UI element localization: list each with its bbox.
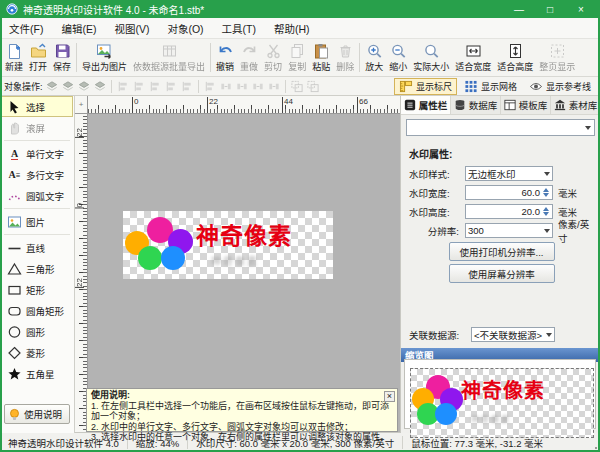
sidebar-tool-diamond[interactable]: 菱形 bbox=[1, 342, 73, 363]
sidebar-tool-multi-text[interactable]: A≡多行文字 bbox=[1, 164, 73, 185]
same-width-icon bbox=[251, 80, 265, 93]
circle-bottom-left[interactable] bbox=[138, 246, 162, 270]
align-middle-icon bbox=[180, 80, 194, 93]
view-toggle-ruler[interactable]: 显示标尺 bbox=[394, 78, 457, 95]
sidebar-tool-label: 圆弧文字 bbox=[26, 189, 64, 203]
minimize-button[interactable]: — bbox=[506, 4, 532, 15]
view-toggle-label: 显示网格 bbox=[481, 80, 517, 93]
ungroup-icon bbox=[306, 80, 320, 93]
sidebar-separator bbox=[4, 234, 70, 235]
delete-icon bbox=[337, 43, 354, 59]
circle-bottom-right[interactable] bbox=[161, 246, 185, 270]
fit-width-icon bbox=[465, 43, 482, 59]
layer-down-icon[interactable] bbox=[93, 80, 107, 93]
tab-database[interactable]: 数据库 bbox=[451, 96, 501, 114]
menu-bar: 文件(F)编辑(E)视图(V)对象(O)工具(T)帮助(H) bbox=[0, 18, 600, 39]
resize-grip[interactable] bbox=[595, 447, 597, 449]
app-icon bbox=[6, 3, 18, 15]
view-toggle-grid[interactable]: 显示网格 bbox=[459, 78, 522, 95]
tab-material[interactable]: 素材库 bbox=[551, 96, 600, 114]
vertical-ruler: 22022 bbox=[75, 114, 88, 433]
toolbar-new-doc-button[interactable]: 新建 bbox=[2, 39, 26, 76]
same-height-icon bbox=[267, 80, 281, 93]
toolbar-button-label: 新建 bbox=[5, 60, 23, 73]
menu-item[interactable]: 对象(O) bbox=[158, 18, 212, 38]
design-canvas[interactable]: 神奇像素 神奇像素 bbox=[88, 114, 400, 433]
send-back-icon[interactable] bbox=[61, 80, 75, 93]
view-toggle-guides[interactable]: 显示参考线 bbox=[524, 78, 596, 95]
toolbar-zoom-in-button[interactable]: 放大 bbox=[362, 39, 386, 76]
sidebar-tool-triangle[interactable]: 三角形 bbox=[1, 258, 73, 279]
watermark-object[interactable]: 神奇像素 神奇像素 bbox=[123, 211, 333, 279]
close-icon[interactable]: × bbox=[384, 391, 395, 402]
sidebar-tool-rounded-rect[interactable]: 圆角矩形 bbox=[1, 300, 73, 321]
sidebar-tool-line[interactable]: 直线 bbox=[1, 237, 73, 258]
style-value: 无边框水印 bbox=[468, 167, 542, 181]
sidebar-tool-single-text[interactable]: A单行文字 bbox=[1, 143, 73, 164]
hruler-label: 0 bbox=[132, 97, 138, 113]
tab-props[interactable]: 属性栏 bbox=[401, 96, 451, 114]
menu-item[interactable]: 工具(T) bbox=[213, 18, 265, 38]
layer-up-icon[interactable] bbox=[77, 80, 91, 93]
toolbar-save-button[interactable]: 保存 bbox=[50, 39, 74, 76]
menu-item[interactable]: 帮助(H) bbox=[265, 18, 319, 38]
object-select-combo[interactable] bbox=[406, 119, 595, 136]
data-source-dropdown[interactable]: <不关联数据源> bbox=[471, 327, 555, 342]
toolbar-button-label: 整页显示 bbox=[539, 60, 575, 73]
export-image-icon bbox=[96, 43, 113, 59]
toolbar-actual-size-button[interactable]: 实际大小 bbox=[410, 39, 452, 76]
toolbar-open-folder-button[interactable]: 打开 bbox=[26, 39, 50, 76]
maximize-button[interactable]: □ bbox=[537, 4, 563, 15]
toolbar-delete-button: 删除 bbox=[333, 39, 357, 76]
watermark-text[interactable]: 神奇像素 bbox=[196, 217, 292, 251]
sidebar-separator bbox=[4, 208, 70, 209]
toolbar-whole-page-button: 整页显示 bbox=[536, 39, 578, 76]
triangle-icon bbox=[7, 262, 22, 276]
align-left-icon bbox=[116, 80, 130, 93]
whole-page-icon bbox=[549, 43, 566, 59]
sidebar-tool-rect[interactable]: 矩形 bbox=[1, 279, 73, 300]
toolbar-export-image-button[interactable]: 导出为图片 bbox=[79, 39, 130, 76]
printer-resolution-button[interactable]: 使用打印机分辨率... bbox=[449, 242, 555, 261]
width-stepper[interactable]: 60.0 bbox=[465, 185, 553, 200]
spinner-arrows-icon[interactable] bbox=[542, 207, 550, 216]
toolbar-button-label: 依数据源批量导出 bbox=[133, 60, 205, 73]
tab-label: 素材库 bbox=[569, 98, 598, 112]
object-ops-label: 对象操作: bbox=[4, 80, 43, 93]
menu-item[interactable]: 视图(V) bbox=[105, 18, 158, 38]
width-value: 60.0 bbox=[468, 187, 540, 198]
sidebar-tool-arc-text[interactable]: 圆弧文字 bbox=[1, 185, 73, 206]
dpi-value: 300 bbox=[468, 225, 542, 236]
style-dropdown[interactable]: 无边框水印 bbox=[465, 166, 553, 181]
toolbar-button-label: 保存 bbox=[53, 60, 71, 73]
dpi-dropdown[interactable]: 300 bbox=[465, 223, 553, 238]
main-area: 选择滚屏A单行文字A≡多行文字圆弧文字图片直线三角形矩形圆角矩形圆形菱形五角星 … bbox=[0, 96, 600, 433]
sidebar-tool-star[interactable]: 五角星 bbox=[1, 363, 73, 384]
bring-front-icon[interactable] bbox=[45, 80, 59, 93]
toolbar-undo-button[interactable]: 撤销 bbox=[213, 39, 237, 76]
usage-help-button[interactable]: 使用说明 bbox=[4, 404, 70, 424]
hand-icon bbox=[7, 121, 22, 135]
toolbar-button-label: 实际大小 bbox=[413, 60, 449, 73]
paste-icon bbox=[313, 43, 330, 59]
grid-icon bbox=[464, 80, 478, 93]
menu-item[interactable]: 编辑(E) bbox=[52, 18, 105, 38]
sidebar-tool-label: 菱形 bbox=[26, 346, 45, 360]
horizontal-ruler: 0224466 bbox=[88, 96, 400, 114]
toolbar-fit-height-button[interactable]: 适合高度 bbox=[494, 39, 536, 76]
sidebar-tool-image[interactable]: 图片 bbox=[1, 211, 73, 232]
toolbar-paste-button[interactable]: 粘贴 bbox=[309, 39, 333, 76]
screen-resolution-button[interactable]: 使用屏幕分辨率 bbox=[449, 264, 555, 283]
watermark-shadow-text: 神奇像素 bbox=[211, 253, 259, 268]
close-button[interactable]: × bbox=[568, 4, 594, 15]
actual-size-icon bbox=[423, 43, 440, 59]
menu-item[interactable]: 文件(F) bbox=[0, 18, 52, 38]
sidebar-tool-select-cursor[interactable]: 选择 bbox=[1, 96, 73, 117]
height-stepper[interactable]: 20.0 bbox=[465, 204, 553, 219]
toolbar-zoom-out-button[interactable]: 缩小 bbox=[386, 39, 410, 76]
tab-template[interactable]: 模板库 bbox=[501, 96, 551, 114]
guides-icon bbox=[529, 80, 543, 93]
spinner-arrows-icon[interactable] bbox=[542, 188, 550, 197]
sidebar-tool-circle[interactable]: 圆形 bbox=[1, 321, 73, 342]
toolbar-fit-width-button[interactable]: 适合宽度 bbox=[452, 39, 494, 76]
